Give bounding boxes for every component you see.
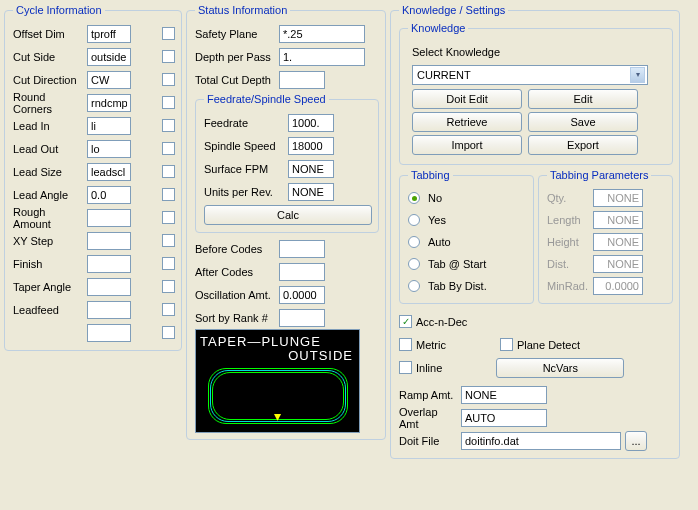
after-codes-label: After Codes [195,266,275,278]
import-button[interactable]: Import [412,135,522,155]
tabbing-start-label: Tab @ Start [428,258,486,270]
tabbing-yes-label: Yes [428,214,446,226]
cycle-label: Lead In [13,120,83,132]
cycle-label: Taper Angle [13,281,83,293]
cycle-checkbox[interactable] [162,165,175,178]
cycle-checkbox[interactable] [162,326,175,339]
overlap-label: Overlap Amt [399,406,457,430]
depth-per-pass-label: Depth per Pass [195,51,275,63]
cycle-checkbox[interactable] [162,234,175,247]
after-codes-input[interactable] [279,263,325,281]
cycle-checkbox[interactable] [162,188,175,201]
cycle-label: Leadfeed [13,304,83,316]
cycle-checkbox[interactable] [162,257,175,270]
cycle-checkbox[interactable] [162,303,175,316]
cycle-input[interactable] [87,71,131,89]
cycle-label: Lead Size [13,166,83,178]
ramp-label: Ramp Amt. [399,389,457,401]
inline-label: Inline [416,362,442,374]
qty-input [593,189,643,207]
doit-edit-button[interactable]: Doit Edit [412,89,522,109]
ncvars-button[interactable]: NcVars [496,358,624,378]
tabbing-yes-radio[interactable] [408,214,420,226]
feedrate-legend: Feedrate/Spindle Speed [204,93,329,105]
sfpm-label: Surface FPM [204,163,284,175]
cycle-input[interactable] [87,140,131,158]
export-button[interactable]: Export [528,135,638,155]
tabbing-params-group: Tabbing Parameters Qty. Length Height Di… [538,169,673,304]
browse-button[interactable]: ... [625,431,647,451]
cycle-input[interactable] [87,209,131,227]
sfpm-input[interactable] [288,160,334,178]
tabbing-auto-radio[interactable] [408,236,420,248]
cycle-label: Lead Angle [13,189,83,201]
cycle-input[interactable] [87,232,131,250]
tabbing-no-radio[interactable] [408,192,420,204]
knowledge-inner-group: Knowledge Select Knowledge CURRENT ▾ Doi… [399,22,673,165]
tabbing-start-radio[interactable] [408,258,420,270]
sort-label: Sort by Rank # [195,312,275,324]
cycle-input[interactable] [87,48,131,66]
tabbing-dist-radio[interactable] [408,280,420,292]
preview-text1: TAPER—PLUNGE [200,334,321,349]
calc-button[interactable]: Calc [204,205,372,225]
spindle-input[interactable] [288,137,334,155]
cycle-input[interactable] [87,186,131,204]
knowledge-settings-legend: Knowledge / Settings [399,4,508,16]
preview-text2: OUTSIDE [288,348,353,363]
feedrate-label: Feedrate [204,117,284,129]
safety-plane-label: Safety Plane [195,28,275,40]
tabbing-auto-label: Auto [428,236,451,248]
spindle-label: Spindle Speed [204,140,284,152]
cycle-label: Finish [13,258,83,270]
doit-file-label: Doit File [399,435,457,447]
cycle-input[interactable] [87,301,131,319]
overlap-input[interactable] [461,409,547,427]
cycle-input[interactable] [87,25,131,43]
cycle-input[interactable] [87,324,131,342]
cycle-input[interactable] [87,278,131,296]
dist-label: Dist. [547,258,589,270]
cycle-input[interactable] [87,117,131,135]
safety-plane-input[interactable] [279,25,365,43]
status-information-group: Status Information Safety Plane Depth pe… [186,4,386,440]
select-knowledge-value: CURRENT [417,69,471,81]
retrieve-button[interactable]: Retrieve [412,112,522,132]
cycle-input[interactable] [87,94,131,112]
cycle-checkbox[interactable] [162,142,175,155]
knowledge-inner-legend: Knowledge [408,22,468,34]
sort-dropdown[interactable] [279,309,325,327]
inline-checkbox[interactable] [399,361,412,374]
select-knowledge-dropdown[interactable]: CURRENT ▾ [412,65,648,85]
tabbing-no-label: No [428,192,442,204]
feedrate-input[interactable] [288,114,334,132]
cycle-checkbox[interactable] [162,73,175,86]
length-input [593,211,643,229]
doit-file-input[interactable] [461,432,621,450]
status-legend: Status Information [195,4,290,16]
acc-n-dec-label: Acc-n-Dec [416,316,467,328]
oscillation-input[interactable] [279,286,325,304]
upr-label: Units per Rev. [204,186,284,198]
total-cut-depth-input[interactable] [279,71,325,89]
cycle-checkbox[interactable] [162,280,175,293]
cycle-input[interactable] [87,255,131,273]
cycle-label: Round Corners [13,91,83,115]
cycle-checkbox[interactable] [162,96,175,109]
cycle-checkbox[interactable] [162,211,175,224]
plane-detect-checkbox[interactable] [500,338,513,351]
acc-n-dec-checkbox[interactable]: ✓ [399,315,412,328]
edit-button[interactable]: Edit [528,89,638,109]
cycle-checkbox[interactable] [162,119,175,132]
ramp-input[interactable] [461,386,547,404]
metric-checkbox[interactable] [399,338,412,351]
depth-per-pass-input[interactable] [279,48,365,66]
cycle-checkbox[interactable] [162,50,175,63]
cycle-label: Cut Direction [13,74,83,86]
cycle-label: Cut Side [13,51,83,63]
cycle-input[interactable] [87,163,131,181]
cycle-checkbox[interactable] [162,27,175,40]
upr-input[interactable] [288,183,334,201]
save-button[interactable]: Save [528,112,638,132]
before-codes-input[interactable] [279,240,325,258]
